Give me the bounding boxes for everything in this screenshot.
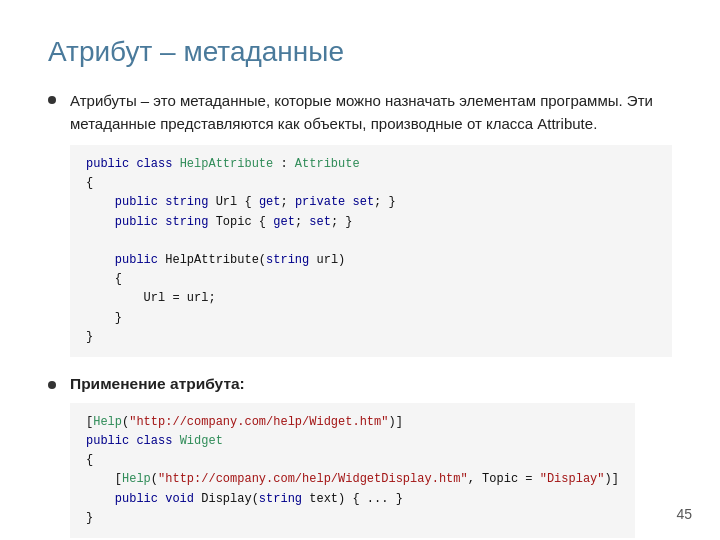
slide: Атрибут – метаданные Атрибуты – это мета…: [0, 0, 720, 540]
bullet-dot: [48, 96, 56, 104]
bullet-list: Атрибуты – это метаданные, которые можно…: [48, 90, 672, 538]
bullet-text-2: Применение атрибута:: [70, 375, 245, 392]
code-block-2: [Help("http://company.com/help/Widget.ht…: [70, 403, 635, 538]
code-block-1: public class HelpAttribute : Attribute {…: [70, 145, 672, 357]
bullet-content: Атрибуты – это метаданные, которые можно…: [70, 90, 672, 357]
bullet-text-1: Атрибуты – это метаданные, которые можно…: [70, 92, 653, 132]
slide-title: Атрибут – метаданные: [48, 36, 672, 68]
list-item: Атрибуты – это метаданные, которые можно…: [48, 90, 672, 357]
bullet-dot: [48, 381, 56, 389]
list-item: Применение атрибута: [Help("http://compa…: [48, 375, 672, 538]
page-number: 45: [676, 506, 692, 522]
bullet-content-2: Применение атрибута: [Help("http://compa…: [70, 375, 635, 538]
